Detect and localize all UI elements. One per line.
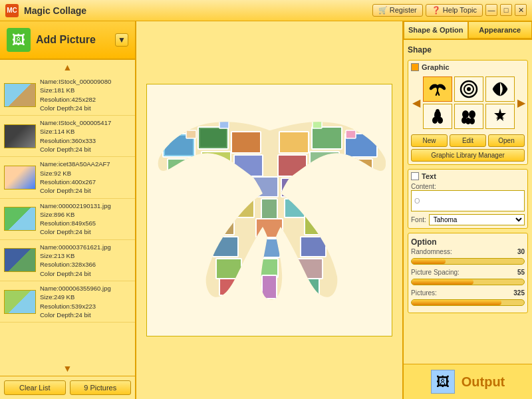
- scroll-up-arrow[interactable]: ▲: [0, 60, 135, 74]
- clear-list-button[interactable]: Clear List: [4, 380, 66, 395]
- picture-thumb: [4, 83, 36, 107]
- spacing-fill: [412, 279, 473, 285]
- tab-appearance[interactable]: Appearance: [468, 21, 533, 39]
- title-bar: MC Magic Collage 🛒 Register ❓ Help Topic…: [0, 0, 532, 21]
- pictures-slider[interactable]: [411, 299, 525, 306]
- scroll-down-arrow[interactable]: ▼: [0, 361, 135, 376]
- svg-rect-3: [200, 129, 226, 147]
- pictures-label: Pictures:: [411, 289, 506, 297]
- center-canvas: Generated photo tiles: [136, 21, 402, 399]
- spacing-row: Picture Spacing: 55: [411, 269, 525, 276]
- picture-info: Name:000006355960.jpg Size:249 KB Resolu…: [40, 284, 111, 319]
- picture-item[interactable]: Name:icet38A50AA2AF7 Size:92 KB Resoluti…: [0, 157, 135, 198]
- svg-rect-11: [279, 132, 309, 153]
- shape-next-button[interactable]: ▶: [516, 96, 527, 109]
- svg-rect-36: [285, 199, 305, 217]
- svg-rect-20: [251, 177, 278, 197]
- add-picture-dropdown[interactable]: ▼: [115, 33, 128, 47]
- output-label: Output: [462, 374, 505, 390]
- picture-thumb: [4, 207, 36, 231]
- right-panel: Shape & Option Appearance Shape Graphic …: [402, 21, 532, 399]
- svg-point-48: [436, 109, 440, 114]
- picture-thumb: [4, 124, 36, 148]
- svg-rect-35: [234, 199, 254, 217]
- shape-cell[interactable]: [423, 76, 452, 102]
- svg-rect-32: [261, 259, 278, 277]
- pictures-fill: [412, 300, 501, 305]
- shape-prev-button[interactable]: ◀: [411, 96, 422, 109]
- svg-rect-41: [346, 130, 356, 138]
- randomness-slider[interactable]: [411, 258, 525, 265]
- graphic-label: Graphic: [411, 63, 525, 71]
- svg-rect-24: [216, 259, 241, 279]
- spacing-label: Picture Spacing:: [411, 269, 506, 276]
- pictures-value: 325: [506, 289, 525, 297]
- picture-info: Name:IStock_000009080 Size:181 KB Resolu…: [40, 77, 111, 112]
- shape-cell[interactable]: [485, 76, 515, 102]
- randomness-value: 30: [506, 248, 525, 255]
- svg-rect-19: [338, 184, 368, 205]
- svg-rect-18: [307, 176, 336, 197]
- app-icon: MC: [5, 4, 19, 17]
- picture-item[interactable]: Name:000003761621.jpg Size:213 KB Resolu…: [0, 240, 135, 281]
- minimize-button[interactable]: —: [485, 4, 497, 16]
- app-title: Magic Collage: [24, 5, 367, 16]
- picture-item[interactable]: Name:000002190131.jpg Size:896 KB Resolu…: [0, 199, 135, 240]
- svg-rect-26: [305, 213, 331, 235]
- svg-rect-38: [186, 130, 196, 138]
- new-shape-button[interactable]: New: [411, 134, 448, 147]
- pictures-row: Pictures: 325: [411, 289, 525, 297]
- picture-item[interactable]: Name:IStock_000009080 Size:181 KB Resolu…: [0, 74, 135, 116]
- option-section-label: Option: [411, 236, 525, 248]
- shape-grid-wrapper: ◀ ▶: [411, 74, 525, 132]
- picture-list: Name:IStock_000009080 Size:181 KB Resolu…: [0, 74, 135, 361]
- svg-rect-17: [281, 178, 305, 197]
- edit-shape-button[interactable]: Edit: [450, 134, 486, 147]
- left-bottom: Clear List 9 Pictures: [0, 376, 135, 399]
- open-shape-button[interactable]: Open: [488, 134, 525, 147]
- output-section[interactable]: 🖼 Output: [404, 364, 532, 399]
- close-button[interactable]: ✕: [515, 4, 527, 16]
- text-section-label: Text: [422, 172, 436, 180]
- svg-rect-22: [207, 213, 234, 235]
- spacing-slider[interactable]: [411, 279, 525, 285]
- svg-rect-6: [201, 152, 231, 174]
- svg-point-49: [462, 110, 469, 118]
- randomness-fill: [412, 259, 446, 264]
- collage-area: Generated photo tiles: [146, 84, 392, 336]
- tab-shape-option[interactable]: Shape & Option: [404, 21, 468, 39]
- shape-cell[interactable]: [454, 76, 483, 102]
- content-input[interactable]: [411, 190, 525, 211]
- svg-point-50: [469, 110, 475, 118]
- svg-point-44: [467, 87, 471, 91]
- shape-cell[interactable]: [485, 104, 515, 129]
- svg-rect-33: [262, 275, 277, 299]
- svg-rect-15: [310, 152, 339, 174]
- svg-rect-14: [278, 155, 307, 176]
- svg-rect-37: [336, 205, 364, 225]
- svg-rect-5: [168, 159, 198, 182]
- svg-rect-16: [342, 159, 372, 182]
- shape-cell[interactable]: [454, 104, 483, 129]
- svg-rect-31: [259, 239, 280, 257]
- picture-item[interactable]: Name:000006355960.jpg Size:249 KB Resolu…: [0, 281, 135, 323]
- svg-rect-27: [301, 237, 326, 257]
- text-checkbox[interactable]: [411, 172, 419, 180]
- graphic-section: Graphic ◀ ▶ New Edit Open Graphic Librar…: [408, 60, 528, 165]
- help-button[interactable]: ❓ Help Topic: [426, 4, 483, 17]
- register-button[interactable]: 🛒 Register: [372, 4, 423, 17]
- graphic-label-text: Graphic: [422, 63, 450, 71]
- picture-info: Name:icet38A50AA2AF7 Size:92 KB Resoluti…: [40, 160, 110, 195]
- font-select[interactable]: Tahoma: [429, 214, 525, 225]
- picture-info: Name:000003761621.jpg Size:213 KB Resolu…: [40, 243, 111, 278]
- maximize-button[interactable]: □: [500, 4, 512, 16]
- svg-rect-23: [213, 237, 238, 257]
- shape-cell[interactable]: [423, 104, 452, 129]
- option-section: Option Randomness: 30 Picture Spacing: 5…: [408, 233, 528, 313]
- tab-bar: Shape & Option Appearance: [404, 21, 532, 40]
- svg-rect-7: [234, 155, 263, 176]
- picture-info: Name:000002190131.jpg Size:896 KB Resolu…: [40, 201, 111, 237]
- output-icon: 🖼: [431, 370, 455, 394]
- picture-item[interactable]: Name:IStock_000005417 Size:114 KB Resolu…: [0, 116, 135, 157]
- graphic-library-manager-button[interactable]: Graphic Library Manager: [411, 149, 525, 162]
